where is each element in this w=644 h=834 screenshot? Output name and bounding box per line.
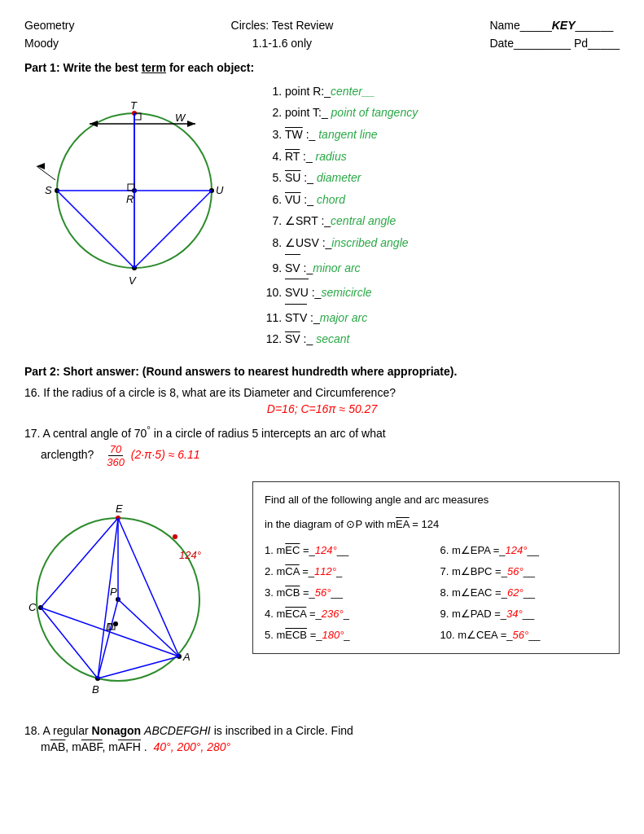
find-box: Find all of the following angle and arc … [252,481,620,654]
answer-1: point R:_center__ [285,81,620,103]
part2-section: Part 2: Short answer: (Round answers to … [24,365,620,753]
find-item-8: 8. m∠EAC =_62°__ [440,583,608,603]
svg-text:P: P [110,586,117,598]
svg-point-49 [173,534,177,539]
svg-text:U: U [216,184,224,196]
answer-16: D=16; C=16π ≈ 50.27 [24,402,620,415]
date-line: Date_________ Pd_____ [489,34,620,52]
page-header: Geometry Moody Circles: Test Review 1.1-… [24,16,620,53]
svg-text:T: T [130,99,138,112]
find-box-grid: 1. mEC =_124°__ 6. m∠EPA =_124°__ 2. mCA… [265,541,607,645]
find-box-subtitle: in the diagram of ⊙P with mEA = 124 [265,515,607,534]
find-box-title: Find all of the following angle and arc … [265,490,607,510]
answers-list: point R:_center__ point T:_ point of tan… [269,81,620,350]
teacher-name: Moody [24,34,74,52]
svg-text:R: R [126,193,134,205]
circle-diagram-1: T W S U R V [24,81,252,309]
question-16: 16. If the radius of a circle is 8, what… [24,386,620,399]
find-item-10: 10. m∠CEA =_56°__ [440,626,608,645]
find-item-4: 4. mECA =_236°_ [265,604,432,624]
answer-7: ∠SRT :_central angle [285,210,620,232]
svg-line-19 [57,191,134,268]
test-subtitle: 1.1-1.6 only [231,34,334,52]
svg-line-38 [41,518,118,608]
svg-marker-23 [37,163,45,169]
diagram-svg-2: E C B A P D [24,481,228,709]
svg-line-40 [98,518,118,678]
circle-diagram-2: E C B A P D [24,481,236,709]
find-item-1: 1. mEC =_124°__ [265,541,432,560]
answer-9: SV :_minor arc [285,254,620,279]
term-underline: term [142,61,166,74]
header-center: Circles: Test Review 1.1-1.6 only [231,16,334,53]
part1-header: Part 1: Write the best term for each obj… [24,61,620,74]
answer-11: STV :_major arc [285,304,620,329]
answer-8: ∠USV :_inscribed angle [285,232,620,254]
svg-text:124°: 124° [179,549,201,561]
svg-text:E: E [116,503,123,515]
svg-text:A: A [182,651,191,663]
svg-line-24 [37,166,55,180]
part2-header: Part 2: Short answer: (Round answers to … [24,365,620,378]
name-line: Name_____KEY______ [489,16,620,34]
answer-2: point T:_ point of tangency [285,102,620,124]
answer-4: RT :_ radius [285,146,620,168]
part1-content: T W S U R V [24,81,620,350]
svg-line-39 [118,518,179,656]
answer-3: TW :_ tangent line [285,124,620,146]
answer-5: SU :_ diameter [285,167,620,189]
answer-12: SV :_ secant [285,328,620,350]
question-17-answer: arclength? 70 360 (2·π·5) ≈ 6.11 [41,443,620,468]
answer-6: VU :_ chord [285,189,620,211]
key-value: KEY [552,19,576,32]
question-18: 18. A regular Nonagon ABCDEFGHI is inscr… [24,724,620,753]
svg-text:V: V [129,274,137,287]
svg-line-46 [98,599,118,678]
header-left: Geometry Moody [24,16,74,53]
find-item-6: 6. m∠EPA =_124°__ [440,541,608,560]
svg-text:C: C [28,601,37,613]
find-item-7: 7. m∠BPC =_56°__ [440,562,608,582]
part2-diagram-section: E C B A P D [24,481,620,709]
svg-text:B: B [92,683,99,696]
svg-text:S: S [45,184,52,196]
question-17: 17. A central angle of 70° in a circle o… [24,424,620,440]
answers-ol: point R:_center__ point T:_ point of tan… [269,81,620,350]
diagram-svg-1: T W S U R V [24,81,244,301]
svg-text:W: W [175,112,186,124]
svg-line-44 [118,599,179,656]
svg-line-43 [98,656,179,678]
find-item-5: 5. mECB =_180°_ [265,626,432,645]
svg-line-18 [134,191,212,268]
school-subject: Geometry [24,16,74,34]
svg-marker-3 [187,121,195,127]
answer-10: SVU :_semicircle [285,279,620,304]
find-item-3: 3. mCB =_56°__ [265,583,432,603]
find-item-2: 2. mCA =_112°_ [265,562,432,582]
test-title: Circles: Test Review [231,16,334,34]
find-item-9: 9. m∠PAD =_34°__ [440,604,608,624]
header-right: Name_____KEY______ Date_________ Pd_____ [489,16,620,53]
